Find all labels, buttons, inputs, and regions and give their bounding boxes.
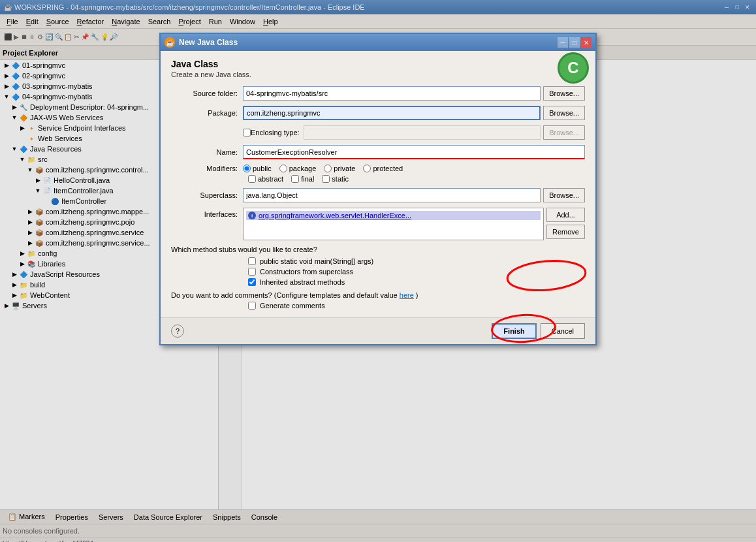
name-row: Name: [171, 145, 585, 159]
modifier-public[interactable]: public [243, 165, 272, 172]
dialog-logo: C [558, 52, 589, 84]
dialog-title-controls: ─ □ ✕ [558, 37, 591, 48]
interface-text: org.springframework.web.servlet.HandlerE… [259, 212, 411, 219]
source-folder-browse-button[interactable]: Browse... [543, 86, 585, 101]
enclosing-type-label: Enclosing type: [251, 129, 300, 136]
modifier-private-radio[interactable] [324, 165, 332, 172]
stub-main-row: public static void main(String[] args) [248, 257, 585, 265]
dialog-content: C Java Class Create a new Java class. So… [161, 51, 595, 317]
dialog-minimize-button[interactable]: ─ [558, 37, 568, 48]
modifier-abstract-checkbox[interactable] [248, 175, 256, 183]
superclass-browse-button[interactable]: Browse... [543, 188, 585, 202]
superclass-label: Superclass: [171, 191, 243, 199]
modifier-static-checkbox[interactable] [322, 175, 330, 183]
enclosing-type-row: Enclosing type: Browse... [171, 125, 585, 140]
stub-main-checkbox[interactable] [248, 257, 256, 265]
finish-button[interactable]: Finish [492, 323, 536, 339]
modifier-protected[interactable]: protected [363, 165, 403, 172]
source-folder-row: Source folder: Browse... [171, 86, 585, 101]
interface-icon: i [248, 212, 256, 219]
enclosing-type-input[interactable] [304, 125, 541, 140]
dialog-header: Java Class Create a new Java class. [171, 59, 585, 78]
generate-comments-label: Generate comments [260, 302, 325, 310]
stub-constructors-checkbox[interactable] [248, 268, 256, 276]
modifiers-options: public package private protected [243, 165, 403, 172]
dialog-subtitle: Create a new Java class. [171, 71, 585, 78]
modifier-public-radio[interactable] [243, 165, 251, 172]
package-browse-button[interactable]: Browse... [543, 106, 585, 120]
enclosing-type-checkbox[interactable] [243, 129, 251, 136]
stub-inherited-row: Inherited abstract methods [248, 278, 585, 286]
enclosing-type-group: Enclosing type: [243, 125, 541, 140]
name-label: Name: [171, 148, 243, 156]
stub-inherited-checkbox[interactable] [248, 278, 256, 286]
dialog-icon: ☕ [165, 37, 175, 48]
dialog-titlebar: ☕ New Java Class ─ □ ✕ [161, 34, 595, 51]
dialog-main-title: Java Class [171, 59, 585, 69]
eclipse-window: ☕ WORKSPRING - 04-springmvc-mybatis/src/… [0, 0, 756, 542]
modifier-package[interactable]: package [279, 165, 317, 172]
modifiers-row2: abstract final static [248, 175, 585, 183]
modifier-protected-radio[interactable] [363, 165, 371, 172]
interfaces-box: i org.springframework.web.servlet.Handle… [243, 208, 544, 240]
generate-comments-row: Generate comments [248, 302, 585, 310]
modifiers-row: Modifiers: public package private prot [171, 165, 585, 172]
generate-comments-checkbox[interactable] [248, 302, 256, 310]
cancel-button[interactable]: Cancel [541, 323, 585, 339]
modifier-private[interactable]: private [324, 165, 355, 172]
dialog-footer: ? Finish Cancel [161, 317, 595, 344]
modifier-final[interactable]: final [291, 175, 314, 183]
interfaces-row: Interfaces: i org.springframework.web.se… [171, 208, 585, 240]
modifier-package-radio[interactable] [279, 165, 287, 172]
package-input[interactable] [243, 106, 541, 120]
modifiers-label: Modifiers: [171, 165, 243, 172]
stub-constructors-row: Constructors from superclass [248, 268, 585, 276]
superclass-row: Superclass: Browse... [171, 188, 585, 202]
enclosing-type-browse-button[interactable]: Browse... [543, 125, 585, 140]
stub-constructors-label: Constructors from superclass [260, 268, 353, 276]
dialog-overlay: ☕ New Java Class ─ □ ✕ C Java Class Crea… [0, 0, 756, 542]
interfaces-label: Interfaces: [171, 208, 243, 218]
stub-main-label: public static void main(String[] args) [260, 257, 373, 265]
dialog-title: New Java Class [179, 38, 558, 47]
source-folder-input[interactable] [243, 86, 541, 101]
interface-entry: i org.springframework.web.servlet.Handle… [246, 211, 541, 220]
dialog-maximize-button[interactable]: □ [569, 37, 580, 48]
package-label: Package: [171, 109, 243, 117]
help-button[interactable]: ? [171, 325, 184, 338]
stub-inherited-label: Inherited abstract methods [260, 278, 345, 286]
package-row: Package: Browse... [171, 106, 585, 120]
modifier-final-checkbox[interactable] [291, 175, 299, 183]
modifier-abstract[interactable]: abstract [248, 175, 283, 183]
stubs-title: Which method stubs would you like to cre… [171, 246, 585, 253]
interfaces-buttons: Add... Remove [546, 208, 585, 239]
comments-link[interactable]: here [400, 291, 414, 299]
interface-add-button[interactable]: Add... [546, 208, 585, 222]
new-java-class-dialog: ☕ New Java Class ─ □ ✕ C Java Class Crea… [159, 33, 597, 345]
name-input[interactable] [243, 145, 585, 159]
comments-note: Do you want to add comments? (Configure … [171, 291, 585, 299]
superclass-input[interactable] [243, 188, 541, 202]
interface-remove-button[interactable]: Remove [546, 225, 585, 239]
modifier-static[interactable]: static [322, 175, 349, 183]
dialog-close-button[interactable]: ✕ [581, 37, 591, 48]
source-folder-label: Source folder: [171, 89, 243, 97]
